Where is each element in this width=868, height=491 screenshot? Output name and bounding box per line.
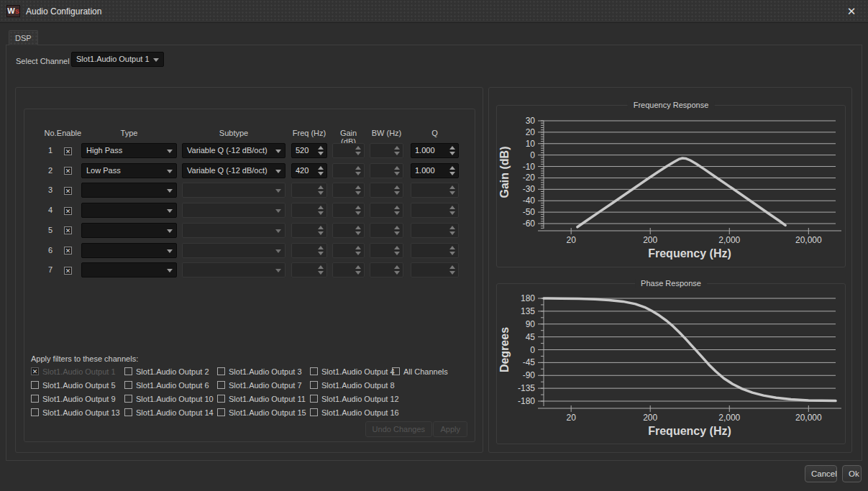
freq-input-row-1[interactable]: 520	[291, 143, 327, 158]
q-input-row-5-spin-buttons	[448, 224, 457, 237]
svg-text:-20: -20	[523, 173, 536, 183]
channel-checkbox[interactable]	[31, 395, 39, 403]
spinner-down-icon	[449, 211, 455, 215]
gain-input-row-2	[332, 163, 365, 178]
channel-label: All Channels	[403, 367, 448, 376]
channel-label: Slot1.Audio Output 6	[136, 381, 209, 390]
q-input-row-1[interactable]: 1.000	[411, 143, 459, 158]
svg-text:0: 0	[530, 345, 535, 355]
spinner-down-icon	[449, 252, 455, 255]
chevron-down-icon	[167, 249, 173, 253]
freq-input-row-6	[291, 243, 327, 258]
type-select-row-3[interactable]	[81, 183, 177, 198]
svg-text:20: 20	[566, 235, 576, 245]
enable-checkbox-row-7[interactable]: ✕	[64, 267, 72, 275]
cancel-button[interactable]: Cancel	[805, 465, 837, 482]
freq-input-row-2-value: 420	[296, 166, 309, 175]
phase-response-box: Phase Response 18013590450-45-90-135-180…	[496, 283, 846, 444]
svg-text:20,000: 20,000	[795, 235, 822, 245]
spinner-up-icon	[449, 246, 455, 249]
type-select-row-5[interactable]	[81, 223, 177, 238]
spinner-down-icon[interactable]	[449, 152, 455, 155]
channel-checkbox[interactable]	[310, 367, 318, 375]
channel-checkbox[interactable]	[124, 381, 132, 389]
freq-input-row-4-spin-buttons	[316, 203, 325, 217]
type-select-row-1[interactable]: High Pass	[81, 143, 177, 158]
svg-text:0: 0	[530, 150, 535, 160]
gain-input-row-1	[332, 143, 365, 158]
channel-checkbox[interactable]	[124, 367, 132, 375]
spinner-down-icon	[449, 231, 455, 235]
freq-input-row-1-value: 520	[296, 146, 309, 155]
close-icon[interactable]: ✕	[844, 5, 859, 19]
type-select-row-4[interactable]	[81, 203, 177, 218]
phase-response-chart: 18013590450-45-90-135-180202002,00020,00…	[497, 284, 845, 444]
subtype-select-row-2[interactable]: Variable Q (-12 dB/oct)	[182, 163, 285, 178]
ok-button[interactable]: Ok	[842, 465, 862, 482]
channel-checkbox[interactable]	[31, 381, 39, 389]
subtype-select-row-6	[182, 243, 285, 258]
enable-checkbox-row-6[interactable]: ✕	[64, 247, 72, 254]
enable-checkbox-row-4[interactable]: ✕	[64, 207, 72, 215]
chevron-down-icon	[167, 170, 173, 173]
chevron-down-icon	[167, 269, 173, 272]
type-select-row-2[interactable]: Low Pass	[81, 163, 177, 178]
svg-text:30: 30	[526, 116, 536, 126]
enable-checkbox-row-2[interactable]: ✕	[64, 167, 72, 175]
channel-checkbox[interactable]	[310, 381, 318, 389]
svg-text:-60: -60	[523, 219, 536, 229]
subtype-select-row-1[interactable]: Variable Q (-12 dB/oct)	[182, 143, 285, 158]
channel-label: Slot1.Audio Output 2	[136, 367, 209, 376]
freq-input-row-2[interactable]: 420	[291, 163, 327, 178]
svg-text:Frequency (Hz): Frequency (Hz)	[648, 247, 731, 260]
freq-input-row-3-spin-buttons	[316, 183, 325, 197]
type-select-row-7[interactable]	[81, 262, 177, 277]
channel-checkbox[interactable]	[217, 381, 225, 389]
channel-checkbox[interactable]	[124, 395, 132, 403]
enable-checkbox-row-1[interactable]: ✕	[64, 147, 72, 155]
freq-input-row-3	[291, 183, 327, 198]
spinner-down-icon	[394, 172, 400, 175]
channel-label: Slot1.Audio Output 16	[321, 408, 399, 417]
q-input-row-2[interactable]: 1.000	[411, 163, 459, 178]
spinner-up-icon	[394, 166, 400, 170]
q-input-row-5	[411, 223, 459, 238]
freq-input-row-1-spin-buttons	[316, 144, 325, 157]
undo-changes-button[interactable]: Undo Changes	[365, 421, 432, 437]
channel-checkbox[interactable]	[217, 408, 225, 416]
filter-row-1: 1✕High PassVariable Q (-12 dB/oct)5201.0…	[24, 143, 476, 158]
svg-text:180: 180	[521, 293, 535, 303]
spinner-down-icon[interactable]	[318, 172, 324, 175]
q-input-row-3	[411, 183, 459, 198]
spinner-up-icon[interactable]	[449, 166, 455, 170]
channel-checkbox[interactable]	[392, 367, 400, 375]
q-input-row-2-spin-buttons	[448, 164, 457, 178]
spinner-down-icon[interactable]	[449, 172, 455, 175]
spinner-down-icon	[394, 252, 400, 255]
spinner-down-icon	[355, 271, 361, 275]
spinner-up-icon[interactable]	[318, 146, 324, 150]
channel-select[interactable]: Slot1.Audio Output 1	[71, 52, 164, 67]
freq-input-row-5-spin-buttons	[316, 224, 325, 237]
channel-checkbox[interactable]	[31, 408, 39, 416]
tab-dsp[interactable]: DSP	[9, 30, 38, 45]
bw-input-row-1	[370, 143, 403, 158]
chevron-down-icon	[275, 170, 281, 173]
enable-checkbox-row-3[interactable]: ✕	[64, 187, 72, 195]
type-select-row-6[interactable]	[81, 243, 177, 258]
gain-input-row-3	[332, 183, 365, 198]
spinner-up-icon[interactable]	[449, 146, 455, 150]
channel-checkbox[interactable]	[217, 395, 225, 403]
channel-checkbox[interactable]	[217, 367, 225, 375]
filter-row-4: 4✕	[24, 203, 476, 218]
enable-checkbox-row-5[interactable]: ✕	[64, 226, 72, 234]
bw-input-row-7-spin-buttons	[393, 263, 401, 277]
enable-checkbox-wrap: ✕	[64, 146, 72, 155]
channel-checkbox[interactable]	[310, 408, 318, 416]
spinner-up-icon[interactable]	[318, 166, 324, 170]
channel-checkbox[interactable]	[310, 395, 318, 403]
freq-input-row-7	[291, 262, 327, 277]
apply-button[interactable]: Apply	[433, 421, 467, 437]
spinner-down-icon[interactable]	[318, 152, 324, 155]
channel-checkbox[interactable]	[124, 408, 132, 416]
